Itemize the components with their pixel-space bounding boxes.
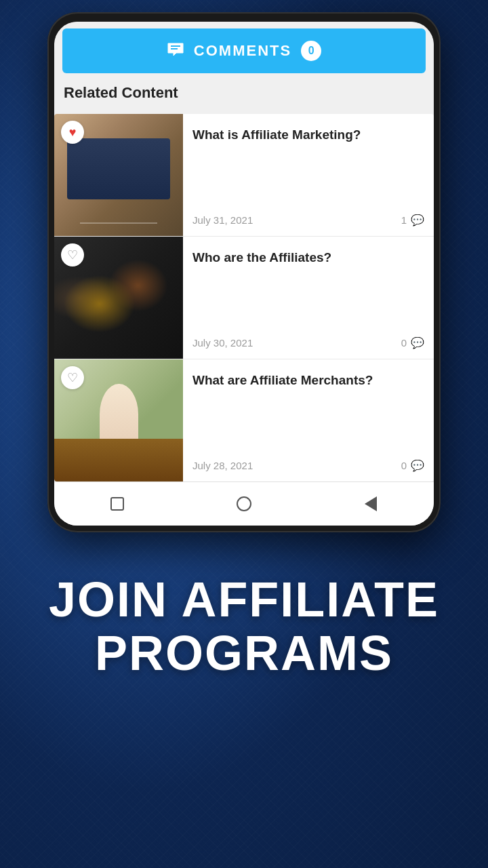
comment-icon-2: 💬: [411, 336, 424, 349]
promo-line-2: PROGRAMS: [95, 626, 393, 680]
related-content-title: Related Content: [64, 84, 424, 102]
card-comment-count-1: 1: [401, 214, 407, 226]
phone-device: COMMENTS 0 Related Content ♥ What is: [47, 12, 441, 532]
recent-apps-button[interactable]: [105, 492, 129, 516]
chat-icon: [167, 42, 184, 60]
home-button[interactable]: [232, 492, 256, 516]
like-button-1[interactable]: ♥: [61, 121, 84, 144]
card-image-1: ♥: [54, 114, 183, 236]
card-image-2: ♡: [54, 237, 183, 359]
back-arrow-icon: [365, 496, 377, 511]
screen-content: COMMENTS 0 Related Content ♥ What is: [54, 22, 434, 526]
comments-label: COMMENTS: [194, 42, 291, 60]
card-image-3: ♡: [54, 359, 183, 481]
card-title-3: What are Affiliate Merchants?: [192, 372, 424, 389]
comments-count-badge: 0: [301, 41, 321, 61]
card-date-1: July 31, 2021: [192, 214, 253, 226]
card-comments-1: 1 💬: [401, 214, 424, 226]
android-nav-bar: [54, 481, 434, 526]
card-title-1: What is Affiliate Marketing?: [192, 126, 424, 144]
card-meta-2: July 30, 2021 0 💬: [192, 336, 424, 349]
card-date-3: July 28, 2021: [192, 460, 253, 471]
card-comment-count-2: 0: [401, 337, 407, 349]
card-comments-2: 0 💬: [401, 336, 424, 349]
heart-empty-icon-2: ♡: [67, 248, 78, 262]
comment-icon-1: 💬: [411, 214, 424, 226]
comments-bar[interactable]: COMMENTS 0: [62, 28, 426, 73]
card-date-2: July 30, 2021: [192, 337, 253, 349]
like-button-2[interactable]: ♡: [61, 243, 84, 267]
heart-empty-icon-3: ♡: [67, 370, 78, 385]
content-card-3[interactable]: ♡ What are Affiliate Merchants? July 28,…: [54, 359, 434, 481]
content-list: ♥ What is Affiliate Marketing? July 31, …: [54, 114, 434, 481]
promo-section: JOIN AFFILIATE PROGRAMS: [0, 532, 488, 707]
back-button[interactable]: [359, 492, 383, 516]
comment-icon-3: 💬: [411, 459, 424, 472]
card-info-1: What is Affiliate Marketing? July 31, 20…: [183, 114, 434, 236]
circle-icon: [237, 496, 251, 511]
content-card-1[interactable]: ♥ What is Affiliate Marketing? July 31, …: [54, 114, 434, 237]
square-icon: [110, 497, 124, 511]
promo-line-1: JOIN AFFILIATE: [49, 572, 439, 627]
promo-title: JOIN AFFILIATE PROGRAMS: [20, 573, 468, 680]
card-info-2: Who are the Affiliates? July 30, 2021 0 …: [183, 237, 434, 359]
like-button-3[interactable]: ♡: [61, 366, 84, 389]
phone-screen: COMMENTS 0 Related Content ♥ What is: [54, 22, 434, 526]
card-comments-3: 0 💬: [401, 459, 424, 472]
card-comment-count-3: 0: [401, 460, 407, 471]
card-meta-1: July 31, 2021 1 💬: [192, 214, 424, 226]
card-meta-3: July 28, 2021 0 💬: [192, 459, 424, 472]
related-content-section: Related Content: [54, 73, 434, 114]
card-info-3: What are Affiliate Merchants? July 28, 2…: [183, 359, 434, 481]
heart-filled-icon: ♥: [69, 125, 77, 140]
content-card-2[interactable]: ♡ Who are the Affiliates? July 30, 2021 …: [54, 237, 434, 359]
card-title-2: Who are the Affiliates?: [192, 249, 424, 267]
